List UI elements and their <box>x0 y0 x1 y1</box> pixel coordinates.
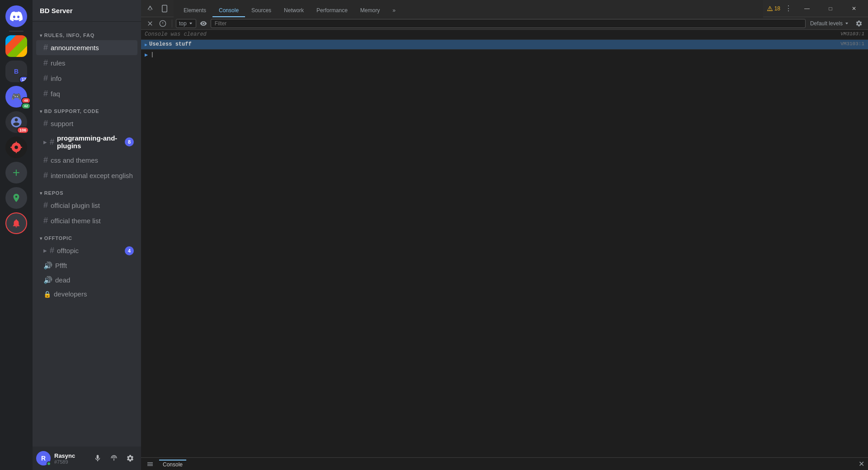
channel-badge-programming: 8 <box>125 137 134 146</box>
drawer-close-button[interactable]: ✕ <box>859 460 864 468</box>
channel-item-dead[interactable]: 🔊 dead <box>36 273 137 287</box>
devtools-minimize-button[interactable]: — <box>797 0 817 17</box>
devtools-panel: Elements Console Sources Network Perform… <box>141 0 868 470</box>
hash-icon: # <box>43 119 48 128</box>
devtools-tabs: Elements Console Sources Network Perform… <box>174 0 763 17</box>
warning-badge: 18 <box>767 5 780 12</box>
channel-item-international[interactable]: # international except english <box>36 168 137 183</box>
devtools-close-button[interactable]: ✕ <box>844 0 864 17</box>
inspect-element-button[interactable] <box>145 3 156 14</box>
channel-item-programming-and-plugins[interactable]: ▶ # programming-and-plugins 8 <box>36 132 137 152</box>
console-log-message-useless[interactable]: ▶ Useless stuff VM3103:1 <box>141 40 868 50</box>
console-cursor[interactable]: | <box>151 52 154 58</box>
speaker-icon: 🔊 <box>43 261 52 270</box>
devtools-titlebar: Elements Console Sources Network Perform… <box>141 0 868 17</box>
console-settings-button[interactable] <box>854 18 864 29</box>
channel-item-faq[interactable]: # faq <box>36 86 137 101</box>
server-divider <box>9 31 24 32</box>
user-tag: #7589 <box>54 459 87 465</box>
user-actions <box>90 451 137 465</box>
category-header-repos[interactable]: ▾ REPOS <box>33 188 141 197</box>
lock-icon: 🔒 <box>43 291 51 298</box>
channel-item-css-and-themes[interactable]: # css and themes <box>36 153 137 168</box>
channel-list: ▾ RULES, INFO, FAQ # announcements # rul… <box>33 22 141 446</box>
devtools-console-toolbar: top Default levels <box>141 17 868 30</box>
server-icon-windows[interactable] <box>5 35 27 57</box>
console-prompt: ▶ <box>145 52 148 58</box>
bottom-console-tab[interactable]: Console <box>159 460 186 469</box>
drawer-menu-button[interactable] <box>145 459 156 470</box>
category-header-bd-support-code[interactable]: ▾ BD SUPPORT, CODE <box>33 107 141 116</box>
server-sidebar: B 12 🎮 48 42 106 + <box>0 0 33 470</box>
eye-visibility-button[interactable] <box>198 18 209 29</box>
chevron-icon: ▾ <box>40 33 42 38</box>
devtools-console: Console was cleared VM3103:1 ▶ Useless s… <box>141 30 868 457</box>
expand-arrow-icon[interactable]: ▶ <box>145 41 147 47</box>
hash-icon: # <box>43 171 48 180</box>
category-rules-info-faq: ▾ RULES, INFO, FAQ # announcements # rul… <box>33 31 141 101</box>
hash-icon: # <box>50 137 54 147</box>
tab-more[interactable]: » <box>386 5 402 17</box>
clear-console-button[interactable] <box>145 18 156 29</box>
hash-icon: # <box>50 246 54 255</box>
hash-icon: # <box>43 74 48 83</box>
tab-memory[interactable]: Memory <box>354 5 386 17</box>
category-header-offtopic[interactable]: ▾ OFFTOPIC <box>33 234 141 243</box>
category-repos: ▾ REPOS # official plugin list # officia… <box>33 188 141 228</box>
category-bd-support-code: ▾ BD SUPPORT, CODE # support ▶ # program… <box>33 107 141 183</box>
server-icon-gaming[interactable]: 🎮 48 42 <box>5 86 27 108</box>
server-name[interactable]: BD Server <box>33 0 141 22</box>
mute-mic-button[interactable] <box>90 451 105 465</box>
device-toolbar-button[interactable] <box>159 3 170 14</box>
tab-performance[interactable]: Performance <box>310 5 354 17</box>
channel-item-info[interactable]: # info <box>36 71 137 86</box>
server-icon-bd[interactable]: B 12 <box>5 61 27 82</box>
channel-item-support[interactable]: # support <box>36 116 137 131</box>
hash-icon: # <box>43 216 48 226</box>
explore-server-button[interactable] <box>5 187 27 209</box>
console-filter-input[interactable] <box>211 19 806 28</box>
console-input-row: ▶ | <box>141 50 868 60</box>
channel-item-official-plugin-list[interactable]: # official plugin list <box>36 198 137 213</box>
category-header-rules-info-faq[interactable]: ▾ RULES, INFO, FAQ <box>33 31 141 40</box>
user-status-indicator <box>47 461 51 466</box>
hash-icon: # <box>43 201 48 210</box>
devtools-more-button[interactable]: ⋮ <box>783 4 794 13</box>
channel-badge-offtopic: 4 <box>125 246 134 255</box>
channel-item-pffft[interactable]: 🔊 Pffft <box>36 258 137 273</box>
category-offtopic: ▾ OFFTOPIC ▶ # offtopic 4 🔊 Pffft 🔊 dead… <box>33 234 141 301</box>
hash-icon: # <box>43 89 48 99</box>
toolbar-divider-1 <box>172 19 172 28</box>
channel-item-developers[interactable]: 🔒 developers <box>36 287 137 301</box>
user-settings-button[interactable] <box>123 451 137 465</box>
server-icon-other[interactable]: 106 <box>5 111 27 133</box>
tab-elements[interactable]: Elements <box>177 5 212 17</box>
user-info: Rasync #7589 <box>54 452 87 465</box>
channel-item-announcements[interactable]: # announcements <box>36 40 137 55</box>
hash-icon: # <box>43 155 48 165</box>
devtools-maximize-button[interactable]: □ <box>820 0 841 17</box>
hash-icon: # <box>43 43 48 52</box>
server-icon-discord[interactable] <box>5 5 27 27</box>
speaker-icon: 🔊 <box>43 276 52 284</box>
channel-sidebar: BD Server ▾ RULES, INFO, FAQ # announcem… <box>33 0 141 470</box>
default-levels-button[interactable]: Default levels <box>807 19 852 28</box>
tab-sources[interactable]: Sources <box>245 5 278 17</box>
deafen-button[interactable] <box>107 451 121 465</box>
hash-icon: # <box>43 58 48 68</box>
channel-item-official-theme-list[interactable]: # official theme list <box>36 213 137 228</box>
notification-button[interactable] <box>5 212 27 234</box>
devtools-header-tools <box>141 3 174 14</box>
add-server-button[interactable]: + <box>5 162 27 183</box>
user-bar: R Rasync #7589 <box>33 446 141 470</box>
chevron-icon: ▾ <box>40 109 42 114</box>
tab-network[interactable]: Network <box>278 5 310 17</box>
block-preserve-log-button[interactable] <box>157 18 168 29</box>
tab-console[interactable]: Console <box>212 5 245 17</box>
channel-item-offtopic[interactable]: ▶ # offtopic 4 <box>36 243 137 258</box>
devtools-bottom-bar: Console ✕ <box>141 457 868 470</box>
server-icon-capture[interactable] <box>5 136 27 158</box>
context-selector[interactable]: top <box>176 19 196 28</box>
channel-item-rules[interactable]: # rules <box>36 56 137 70</box>
thread-chevron: ▶ <box>43 140 47 145</box>
